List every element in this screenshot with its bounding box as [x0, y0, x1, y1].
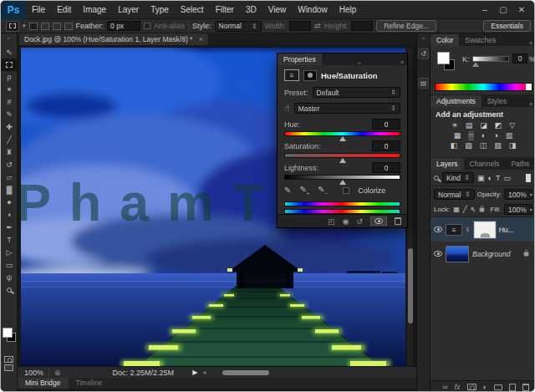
dodge-tool[interactable]: ◖	[1, 209, 18, 221]
tab-properties[interactable]: Properties	[278, 53, 322, 65]
menu-type[interactable]: Type	[145, 1, 175, 19]
spectrum-white-swatch[interactable]	[526, 84, 532, 90]
new-adjustment-layer-icon[interactable]: ◐	[483, 383, 487, 391]
eraser-tool[interactable]: ▱	[1, 171, 18, 184]
clone-source-panel-icon[interactable]: ▤	[418, 78, 429, 89]
document-tab[interactable]: Dock.jpg @ 100% (Hue/Saturation 1, Layer…	[19, 33, 208, 45]
toggle-visibility-icon[interactable]	[370, 216, 387, 226]
tab-color[interactable]: Color	[431, 34, 459, 46]
reset-adjustment-icon[interactable]: ↺	[356, 217, 363, 226]
history-panel-icon[interactable]: ↺	[418, 48, 429, 59]
screen-mode-icon[interactable]	[4, 364, 13, 371]
menu-help[interactable]: Help	[334, 1, 363, 19]
filter-shape-layers-icon[interactable]: ▭	[503, 174, 511, 182]
gradient-map-icon[interactable]: ▧	[494, 141, 502, 150]
threshold-icon[interactable]: ◫	[480, 141, 487, 150]
selection-add-icon[interactable]	[41, 23, 49, 30]
swap-wh-icon[interactable]: ⇄	[314, 22, 321, 30]
move-tool[interactable]: ⇖	[1, 46, 18, 59]
layer-visibility-eye-icon[interactable]	[434, 251, 442, 257]
lock-all-icon[interactable]	[480, 207, 485, 211]
foreground-color-swatch-panel[interactable]	[437, 52, 450, 64]
layer-style-fx-icon[interactable]: fx	[455, 383, 461, 391]
k-slider-thumb[interactable]	[472, 62, 479, 67]
menu-filter[interactable]: Filter	[210, 1, 240, 19]
expand-panels-icon[interactable]: ‹‹	[417, 33, 430, 42]
layer-visibility-eye-icon[interactable]	[434, 227, 442, 232]
saturation-slider-thumb[interactable]	[339, 158, 346, 163]
clone-stamp-tool[interactable]: ♜	[1, 146, 18, 159]
new-group-icon[interactable]	[494, 384, 502, 390]
crop-tool[interactable]: #	[1, 96, 18, 109]
background-layer-thumbnail[interactable]	[446, 246, 469, 262]
layer-mask-thumbnail[interactable]	[474, 221, 496, 238]
tab-swatches[interactable]: Swatches	[459, 34, 502, 46]
rectangle-tool[interactable]: ▭	[1, 259, 18, 272]
style-select[interactable]: Normal⇕	[215, 21, 262, 32]
properties-panel-menu-icon[interactable]: ≡	[400, 59, 407, 65]
type-tool[interactable]: T	[1, 234, 18, 247]
horizontal-scrollbar-thumb[interactable]	[222, 370, 269, 375]
tab-adjustments[interactable]: Adjustments	[431, 95, 482, 107]
curves-icon[interactable]: ◪	[480, 121, 487, 130]
color-panel-menu-icon[interactable]: ≡	[529, 40, 535, 46]
k-value-input[interactable]: 0	[512, 53, 527, 64]
menu-image[interactable]: Image	[77, 1, 112, 19]
layer-filter-kind-select[interactable]: Kind⇕	[442, 172, 474, 183]
foreground-background-swatches[interactable]	[3, 328, 18, 344]
tab-paths[interactable]: Paths	[505, 158, 535, 170]
history-brush-tool[interactable]: ↺	[1, 159, 18, 171]
pen-tool[interactable]: ✒	[1, 221, 18, 234]
channel-mixer-icon[interactable]: ▥	[506, 131, 513, 140]
tab-layers[interactable]: Layers	[431, 158, 464, 170]
lock-transparent-icon[interactable]: ▦	[453, 206, 460, 213]
delete-layer-icon[interactable]	[522, 384, 529, 391]
lightness-value-input[interactable]: 0	[372, 162, 400, 173]
layer-filter-toggle[interactable]	[526, 174, 531, 182]
k-slider-track[interactable]	[472, 56, 509, 62]
hue-value-input[interactable]: 0	[372, 119, 400, 130]
workspace-essentials-button[interactable]: Essentials	[483, 20, 531, 32]
adjustments-panel-menu-icon[interactable]: ≡	[529, 101, 535, 107]
menu-file[interactable]: File	[26, 1, 51, 19]
layer-name[interactable]: Hu...	[499, 226, 514, 234]
eyedropper-tool[interactable]: ✎	[1, 109, 18, 121]
anti-alias-checkbox[interactable]	[144, 23, 150, 29]
zoom-tool[interactable]	[1, 284, 18, 297]
gradient-tool[interactable]: ▓	[1, 184, 18, 196]
status-flyout-icon[interactable]: ▶	[192, 369, 197, 376]
hue-saturation-icon[interactable]: ▦	[454, 131, 461, 140]
selection-subtract-icon[interactable]	[53, 23, 61, 30]
eyedropper-sample-icon[interactable]: ✎	[284, 186, 291, 195]
new-layer-icon[interactable]	[509, 384, 516, 391]
lock-position-icon[interactable]: ⇖	[471, 206, 476, 213]
color-spectrum-bar[interactable]	[435, 83, 532, 91]
brightness-contrast-icon[interactable]: ☀	[451, 121, 458, 130]
blend-mode-select[interactable]: Normal⇕	[434, 189, 475, 200]
selection-intersect-icon[interactable]	[64, 23, 73, 30]
document-tab-close-icon[interactable]: ×	[195, 35, 203, 43]
feather-input[interactable]: 0 px	[107, 21, 140, 31]
menu-3d[interactable]: 3D	[240, 1, 262, 19]
posterize-icon[interactable]: ▨	[465, 141, 472, 150]
close-button[interactable]: ✕	[512, 4, 531, 16]
properties-collapse-icon[interactable]: ››	[358, 60, 364, 65]
clip-to-layer-icon[interactable]: ◰	[328, 217, 335, 226]
targeted-adjustment-hand-icon[interactable]: ☝	[284, 103, 290, 114]
mask-badge-icon[interactable]	[303, 70, 317, 81]
lock-pixels-icon[interactable]: ╱	[463, 206, 467, 213]
delete-adjustment-icon[interactable]	[395, 217, 401, 225]
filter-pixel-layers-icon[interactable]: ▣	[477, 174, 485, 182]
levels-icon[interactable]: ▤	[466, 121, 473, 130]
menu-select[interactable]: Select	[175, 1, 210, 19]
vertical-scrollbar-thumb[interactable]	[408, 248, 413, 323]
menu-layer[interactable]: Layer	[112, 1, 145, 19]
zoom-level[interactable]: 100%	[24, 369, 43, 377]
rectangular-marquee-tool[interactable]	[1, 59, 18, 71]
maximize-button[interactable]: ▢	[494, 4, 512, 16]
view-previous-state-icon[interactable]: ◉	[343, 217, 349, 226]
lightness-slider-thumb[interactable]	[339, 180, 346, 185]
layer-row-hue-saturation[interactable]: ≡ ∞ Hu...	[431, 217, 535, 242]
link-layers-icon[interactable]: ∞	[442, 383, 447, 391]
adjustment-layer-thumbnail[interactable]: ≡	[446, 224, 462, 236]
